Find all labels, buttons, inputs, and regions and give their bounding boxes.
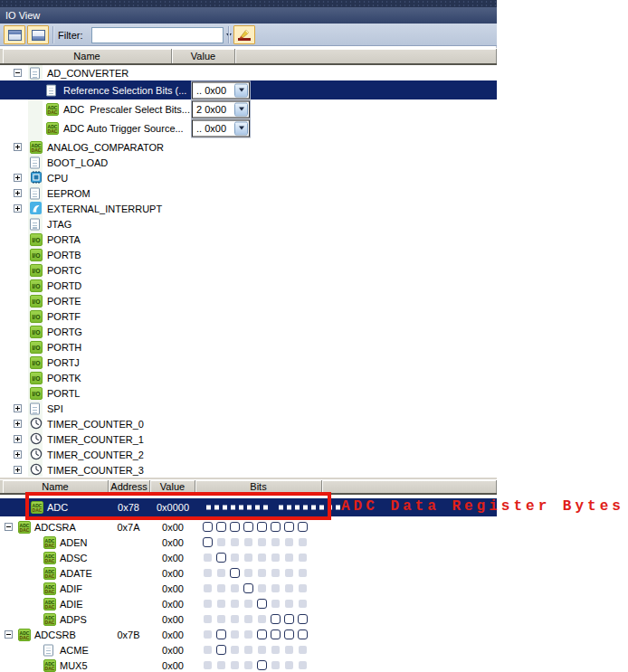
register-row[interactable]: ADCDACADPS0x00 bbox=[0, 611, 497, 627]
tree-row[interactable]: ADCDACADC Auto Trigger Source..... 0x00 bbox=[0, 118, 497, 137]
register-row[interactable]: ADCDACADCSRB0x7B0x00 bbox=[0, 627, 497, 642]
register-row[interactable]: ADCDACADIE0x00 bbox=[0, 596, 497, 611]
bit-checkbox[interactable] bbox=[284, 614, 294, 624]
tree-row[interactable]: I/OPORTH bbox=[0, 339, 497, 355]
filter-input[interactable] bbox=[92, 29, 226, 42]
register-row[interactable]: ADCDACMUX50x00 bbox=[0, 658, 497, 672]
bit-checkbox[interactable] bbox=[271, 614, 281, 624]
bit-disabled bbox=[231, 538, 239, 546]
column-header-blank[interactable] bbox=[322, 480, 497, 493]
collapse-icon[interactable] bbox=[5, 630, 13, 639]
tree-row[interactable]: ADCDACANALOG_COMPARATOR bbox=[0, 139, 497, 155]
highlight-changes-button[interactable] bbox=[233, 25, 255, 44]
register-row[interactable]: ADCDACADEN0x00 bbox=[0, 535, 497, 550]
expand-icon[interactable] bbox=[14, 143, 22, 151]
expand-icon[interactable] bbox=[14, 466, 22, 474]
bit-checkbox[interactable] bbox=[243, 522, 253, 532]
bit-checkbox[interactable] bbox=[216, 553, 226, 563]
expand-icon[interactable] bbox=[14, 174, 22, 182]
collapse-icon[interactable] bbox=[5, 523, 13, 531]
tree-row[interactable]: I/OPORTG bbox=[0, 324, 497, 339]
bit-checkbox[interactable] bbox=[271, 629, 281, 639]
tree-row[interactable]: I/OPORTJ bbox=[0, 355, 497, 370]
tree-row[interactable]: I/OPORTK bbox=[0, 370, 497, 385]
tree-row[interactable]: TIMER_COUNTER_3 bbox=[0, 462, 497, 477]
tree-row[interactable]: AD_CONVERTER bbox=[0, 65, 497, 80]
column-header-value[interactable]: Value bbox=[172, 49, 235, 63]
pane-top-toggle-button[interactable] bbox=[4, 25, 25, 44]
expand-icon[interactable] bbox=[14, 420, 22, 428]
column-header-blank[interactable] bbox=[235, 49, 497, 63]
tree-row[interactable]: EXTERNAL_INTERRUPT bbox=[0, 201, 497, 216]
bit-checkbox[interactable] bbox=[298, 614, 308, 624]
tree-row[interactable]: SPI bbox=[0, 401, 497, 416]
dock-grip[interactable] bbox=[0, 0, 497, 7]
bit-checkbox[interactable] bbox=[257, 629, 267, 639]
pane-bottom-toggle-button[interactable] bbox=[27, 25, 49, 44]
register-row[interactable]: ADCDACADSC0x00 bbox=[0, 550, 497, 565]
tree-item-label: EEPROM bbox=[47, 188, 90, 199]
bit-checkbox[interactable] bbox=[298, 522, 308, 532]
tree-row[interactable]: ADCDACADC Prescaler Select Bits...2 0x00 bbox=[0, 99, 497, 118]
tree-row[interactable]: I/OPORTD bbox=[0, 278, 497, 293]
bit-checkbox[interactable] bbox=[257, 660, 267, 670]
bit-checkbox[interactable] bbox=[257, 599, 267, 609]
value-combobox[interactable]: 2 0x00 bbox=[192, 100, 250, 118]
column-header-name[interactable]: Name bbox=[3, 480, 109, 493]
panel-titlebar[interactable]: IO View bbox=[0, 7, 497, 24]
tree-row[interactable]: TIMER_COUNTER_0 bbox=[0, 416, 497, 431]
tree-row[interactable]: I/OPORTL bbox=[0, 385, 497, 401]
tree-row[interactable]: BOOT_LOAD bbox=[0, 155, 497, 170]
bit-checkbox[interactable] bbox=[216, 522, 226, 532]
combobox-dropdown-button[interactable] bbox=[234, 102, 248, 116]
expand-icon[interactable] bbox=[14, 450, 22, 459]
column-header-bits[interactable]: Bits bbox=[195, 480, 322, 493]
tree-row[interactable]: TIMER_COUNTER_2 bbox=[0, 447, 497, 462]
bit-disabled bbox=[204, 569, 212, 577]
tree-row[interactable]: I/OPORTF bbox=[0, 308, 497, 324]
expand-icon[interactable] bbox=[14, 189, 22, 197]
bit-checkbox[interactable] bbox=[243, 583, 253, 593]
column-header-value[interactable]: Value bbox=[150, 480, 195, 493]
expand-icon[interactable] bbox=[14, 435, 22, 443]
bit-checkbox[interactable] bbox=[257, 522, 267, 532]
bit-checkbox[interactable] bbox=[230, 568, 240, 578]
bit-checkbox[interactable] bbox=[271, 522, 281, 532]
tree-row[interactable]: TIMER_COUNTER_1 bbox=[0, 431, 497, 447]
tree-row[interactable]: I/OPORTA bbox=[0, 232, 497, 247]
collapse-icon[interactable] bbox=[14, 69, 22, 77]
register-row[interactable]: ADCDACADIF0x00 bbox=[0, 581, 497, 596]
tree-row[interactable]: Reference Selection Bits (..... 0x00 bbox=[0, 80, 497, 99]
tree-row[interactable]: I/OPORTB bbox=[0, 247, 497, 262]
bit-dot bbox=[214, 506, 219, 510]
bit-checkbox[interactable] bbox=[298, 629, 308, 639]
tree-row[interactable]: I/OPORTC bbox=[0, 262, 497, 278]
register-row[interactable]: ACME0x00 bbox=[0, 642, 497, 658]
expand-icon[interactable] bbox=[14, 404, 22, 412]
bit-checkbox[interactable] bbox=[216, 645, 226, 655]
tree-row[interactable]: EEPROM bbox=[0, 185, 497, 201]
combobox-dropdown-button[interactable] bbox=[234, 121, 248, 135]
value-combobox[interactable]: .. 0x00 bbox=[192, 81, 250, 99]
bit-checkbox[interactable] bbox=[284, 629, 294, 639]
combobox-dropdown-button[interactable] bbox=[234, 83, 248, 97]
bit-checkbox[interactable] bbox=[203, 537, 213, 547]
tree-row[interactable]: JTAG bbox=[0, 216, 497, 232]
bit-checkbox[interactable] bbox=[284, 522, 294, 532]
filter-combobox[interactable] bbox=[91, 27, 224, 43]
tree-row[interactable]: I/OPORTE bbox=[0, 293, 497, 308]
column-header-name[interactable]: Name bbox=[3, 49, 172, 63]
filter-dropdown-arrow[interactable] bbox=[226, 33, 232, 37]
bit-slot bbox=[282, 536, 296, 549]
bit-checkbox[interactable] bbox=[203, 522, 213, 532]
column-header-address[interactable]: Address bbox=[109, 480, 150, 493]
bit-checkbox[interactable] bbox=[216, 629, 226, 639]
register-row[interactable]: ADCDACADCSRA0x7A0x00 bbox=[0, 519, 497, 535]
register-row[interactable]: ADCDACADATE0x00 bbox=[0, 565, 497, 581]
value-combobox[interactable]: .. 0x00 bbox=[192, 119, 250, 137]
bit-checkbox[interactable] bbox=[230, 522, 240, 532]
register-row[interactable]: ADCDACADC0x780x0000 bbox=[0, 498, 497, 516]
expand-icon[interactable] bbox=[14, 204, 22, 213]
tree-row[interactable]: CPU bbox=[0, 170, 497, 185]
bit-disabled bbox=[204, 646, 212, 654]
